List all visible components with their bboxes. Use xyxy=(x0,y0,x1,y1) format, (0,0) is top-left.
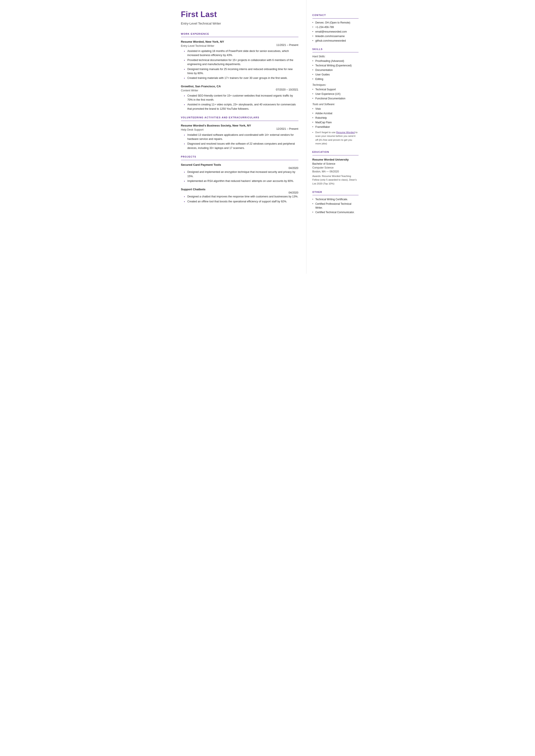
tool-0: Visio xyxy=(312,107,358,111)
job-bullets-2: Created SEO-friendly content for 15+ cus… xyxy=(181,94,298,111)
volunteering-divider xyxy=(181,121,298,121)
edu-date: Boston, MA — 06/2020 xyxy=(312,170,358,174)
vbullet-1-2: Diagnosed and resolved issues with the s… xyxy=(184,142,298,150)
job-company-1: Resume Worded, New York, NY Entry-Level … xyxy=(181,40,224,49)
project-header-2: Support Chatbots 04/2020 xyxy=(181,187,298,195)
tool-4: FrameMaker xyxy=(312,125,358,129)
project-name-1: Secured Card Payment Tools xyxy=(181,163,221,167)
technique-2: Functional Documentation xyxy=(312,97,358,100)
hard-skill-2: Documentation xyxy=(312,68,358,72)
candidate-name: First Last xyxy=(181,9,298,20)
pbullet-2-1: Designed a chatbot that improves the res… xyxy=(184,195,298,199)
project-bullets-1: Designed and implemented an encryption t… xyxy=(181,170,298,183)
pbullet-1-2: Implemented an RSA algorithm that reduce… xyxy=(184,179,298,183)
other-item-0: Technical Writing Certificate. xyxy=(312,197,358,201)
volunteer-header-1: Resume Worded's Business Society, New Yo… xyxy=(181,124,298,133)
candidate-subtitle: Entry-Level Technical Writer xyxy=(181,21,298,26)
project-block-1: Secured Card Payment Tools 04/2020 Desig… xyxy=(181,163,298,183)
tool-1: Adobe Acrobat xyxy=(312,111,358,115)
contact-item-4: github.com/resumeworded xyxy=(312,39,358,43)
left-column: First Last Entry-Level Technical Writer … xyxy=(171,0,306,274)
tools-label: Tools and Software: xyxy=(312,102,358,106)
other-header: OTHER xyxy=(312,190,358,194)
vbullet-1-1: Installed 13 standard software applicati… xyxy=(184,133,298,141)
bullet-1-3: Designed training manuals for 25 incomin… xyxy=(184,67,298,76)
hard-skills-label: Hard Skills: xyxy=(312,55,358,58)
contact-item-2: email@resumeworded.com xyxy=(312,30,358,34)
project-dates-1: 04/2020 xyxy=(289,166,298,170)
techniques-label: Techniques: xyxy=(312,83,358,87)
project-name-2: Support Chatbots xyxy=(181,187,206,192)
volunteer-org-1: Resume Worded's Business Society, New Yo… xyxy=(181,124,251,133)
hard-skill-0: Proofreading (Advanced) xyxy=(312,59,358,63)
contact-item-1: +1-234-456-789 xyxy=(312,25,358,29)
project-block-2: Support Chatbots 04/2020 Designed a chat… xyxy=(181,187,298,204)
other-item-2: Certified Technical Communicator. xyxy=(312,210,358,214)
edu-school: Resume Worded University xyxy=(312,157,358,162)
right-column: CONTACT Denver, OH (Open to Remote) +1-2… xyxy=(306,0,365,274)
bullet-2-2: Assisted in creating 11+ video scripts, … xyxy=(184,102,298,111)
contact-list: Denver, OH (Open to Remote) +1-234-456-7… xyxy=(312,21,358,43)
pbullet-2-2: Created an offline tool that boosts the … xyxy=(184,200,298,204)
job-dates-2: 07/2020 – 10/2021 xyxy=(276,88,298,92)
bullet-1-4: Created training materials with 17+ trai… xyxy=(184,76,298,80)
skills-divider xyxy=(312,52,358,52)
education-header: EDUCATION xyxy=(312,150,358,154)
projects-header: PROJECTS xyxy=(181,155,298,159)
hard-skill-4: Editing xyxy=(312,77,358,81)
tool-3: MadCap Flare xyxy=(312,121,358,124)
work-experience-divider xyxy=(181,37,298,37)
tools-list: Visio Adobe Acrobat RoboHelp MadCap Flar… xyxy=(312,107,358,129)
education-divider xyxy=(312,155,358,155)
job-dates-1: 11/2021 – Present xyxy=(276,43,298,47)
techniques-list: Technical Support User Experience (UX) F… xyxy=(312,88,358,100)
project-dates-2: 04/2020 xyxy=(289,191,298,195)
other-list: Technical Writing Certificate. Certified… xyxy=(312,197,358,214)
technique-1: User Experience (UX) xyxy=(312,92,358,96)
volunteer-bullets-1: Installed 13 standard software applicati… xyxy=(181,133,298,151)
contact-header: CONTACT xyxy=(312,14,358,17)
hard-skill-1: Technical Writing (Experienced) xyxy=(312,64,358,68)
technique-0: Technical Support xyxy=(312,88,358,91)
pbullet-1-1: Designed and implemented an encryption t… xyxy=(184,170,298,179)
bullet-1-1: Assisted in updating 18 months of PowerP… xyxy=(184,49,298,58)
edu-awards: Awards: Resume Worded Teaching Fellow (o… xyxy=(312,174,358,185)
project-bullets-2: Designed a chatbot that improves the res… xyxy=(181,195,298,204)
work-experience-header: WORK EXPERIENCE xyxy=(181,32,298,36)
edu-degree: Bachelor of Science xyxy=(312,162,358,166)
volunteer-block-1: Resume Worded's Business Society, New Yo… xyxy=(181,124,298,151)
hard-skills-list: Proofreading (Advanced) Technical Writin… xyxy=(312,59,358,81)
bullet-1-2: Provided technical documentation for 15+… xyxy=(184,58,298,67)
edu-field: Computer Science xyxy=(312,166,358,170)
contact-item-0: Denver, OH (Open to Remote) xyxy=(312,21,358,25)
job-block-2: Growthsi, San Francisco, CA Content Writ… xyxy=(181,84,298,111)
job-header-2: Growthsi, San Francisco, CA Content Writ… xyxy=(181,84,298,94)
resume-worded-link[interactable]: Resume Worded xyxy=(336,131,355,134)
tool-2: RoboHelp xyxy=(312,116,358,120)
volunteering-header: VOLUNTEERING ACTIVITIES AND EXTRACURRICU… xyxy=(181,116,298,119)
skills-header: SKILLS xyxy=(312,47,358,51)
job-bullets-1: Assisted in updating 18 months of PowerP… xyxy=(181,49,298,80)
job-block-1: Resume Worded, New York, NY Entry-Level … xyxy=(181,40,298,80)
resume-page: First Last Entry-Level Technical Writer … xyxy=(171,0,365,274)
project-header-1: Secured Card Payment Tools 04/2020 xyxy=(181,163,298,170)
projects-divider xyxy=(181,160,298,160)
other-divider xyxy=(312,195,358,195)
other-item-1: Certified Professional Technical Writer. xyxy=(312,202,358,210)
scan-note-prefix: Don't forget to use xyxy=(316,131,336,134)
bullet-2-1: Created SEO-friendly content for 15+ cus… xyxy=(184,94,298,102)
hard-skill-3: User Guides xyxy=(312,72,358,76)
job-header-1: Resume Worded, New York, NY Entry-Level … xyxy=(181,40,298,49)
job-company-2: Growthsi, San Francisco, CA Content Writ… xyxy=(181,84,221,94)
contact-item-3: linkedin.com/in/username xyxy=(312,34,358,38)
volunteer-dates-1: 12/2021 – Present xyxy=(276,127,298,131)
scan-note: Don't forget to use Resume Worded to sca… xyxy=(312,130,358,146)
